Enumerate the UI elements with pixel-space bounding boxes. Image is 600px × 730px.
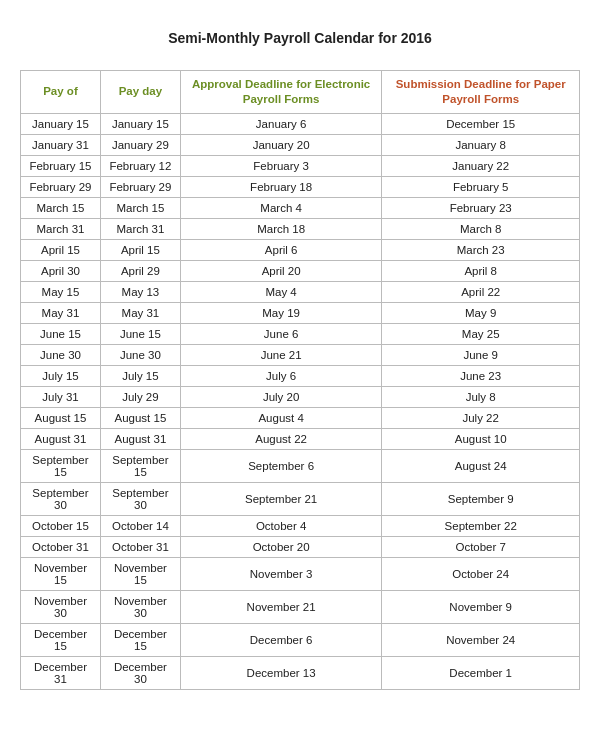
table-row: November 15November 15November 3October … (21, 557, 580, 590)
cell-pay_day: August 15 (100, 407, 180, 428)
cell-submission: February 23 (382, 197, 580, 218)
table-row: December 15December 15December 6November… (21, 623, 580, 656)
cell-pay_of: September 30 (21, 482, 101, 515)
cell-submission: March 23 (382, 239, 580, 260)
cell-pay_of: September 15 (21, 449, 101, 482)
table-row: July 31July 29July 20July 8 (21, 386, 580, 407)
table-row: November 30November 30November 21Novembe… (21, 590, 580, 623)
cell-pay_of: June 30 (21, 344, 101, 365)
cell-approval: October 20 (180, 536, 382, 557)
cell-pay_day: July 29 (100, 386, 180, 407)
cell-submission: May 9 (382, 302, 580, 323)
table-row: October 15October 14October 4September 2… (21, 515, 580, 536)
table-row: July 15July 15July 6June 23 (21, 365, 580, 386)
cell-submission: December 1 (382, 656, 580, 689)
cell-pay_day: December 30 (100, 656, 180, 689)
cell-submission: November 9 (382, 590, 580, 623)
cell-pay_day: February 29 (100, 176, 180, 197)
cell-pay_day: January 29 (100, 134, 180, 155)
cell-submission: November 24 (382, 623, 580, 656)
cell-pay_day: September 30 (100, 482, 180, 515)
cell-pay_day: December 15 (100, 623, 180, 656)
cell-approval: June 21 (180, 344, 382, 365)
cell-submission: December 15 (382, 113, 580, 134)
cell-submission: October 7 (382, 536, 580, 557)
cell-pay_of: January 31 (21, 134, 101, 155)
cell-submission: January 22 (382, 155, 580, 176)
cell-submission: January 8 (382, 134, 580, 155)
cell-approval: April 6 (180, 239, 382, 260)
header-approval: Approval Deadline for Electronic Payroll… (180, 71, 382, 114)
cell-submission: May 25 (382, 323, 580, 344)
cell-pay_of: August 15 (21, 407, 101, 428)
cell-pay_of: February 15 (21, 155, 101, 176)
cell-pay_day: August 31 (100, 428, 180, 449)
cell-approval: July 6 (180, 365, 382, 386)
cell-pay_of: June 15 (21, 323, 101, 344)
table-row: October 31October 31October 20October 7 (21, 536, 580, 557)
table-row: May 15May 13May 4April 22 (21, 281, 580, 302)
table-row: August 31August 31August 22August 10 (21, 428, 580, 449)
cell-pay_of: December 15 (21, 623, 101, 656)
cell-pay_of: July 31 (21, 386, 101, 407)
cell-pay_day: June 30 (100, 344, 180, 365)
table-row: August 15August 15August 4July 22 (21, 407, 580, 428)
cell-submission: March 8 (382, 218, 580, 239)
cell-submission: February 5 (382, 176, 580, 197)
cell-submission: July 22 (382, 407, 580, 428)
cell-submission: June 23 (382, 365, 580, 386)
cell-pay_day: September 15 (100, 449, 180, 482)
cell-pay_of: November 15 (21, 557, 101, 590)
cell-pay_of: April 15 (21, 239, 101, 260)
header-pay-day: Pay day (100, 71, 180, 114)
cell-pay_of: March 31 (21, 218, 101, 239)
cell-approval: August 22 (180, 428, 382, 449)
cell-pay_of: August 31 (21, 428, 101, 449)
table-row: January 31January 29January 20January 8 (21, 134, 580, 155)
page-title: Semi-Monthly Payroll Calendar for 2016 (20, 30, 580, 46)
cell-pay_day: April 29 (100, 260, 180, 281)
cell-pay_of: May 31 (21, 302, 101, 323)
cell-pay_of: July 15 (21, 365, 101, 386)
cell-approval: March 4 (180, 197, 382, 218)
table-row: January 15January 15January 6December 15 (21, 113, 580, 134)
cell-pay_day: May 31 (100, 302, 180, 323)
cell-pay_of: April 30 (21, 260, 101, 281)
table-row: February 15February 12February 3January … (21, 155, 580, 176)
cell-pay_day: January 15 (100, 113, 180, 134)
cell-pay_of: December 31 (21, 656, 101, 689)
cell-pay_day: October 14 (100, 515, 180, 536)
cell-pay_of: October 31 (21, 536, 101, 557)
table-row: June 30June 30June 21June 9 (21, 344, 580, 365)
cell-approval: March 18 (180, 218, 382, 239)
table-row: December 31December 30December 13Decembe… (21, 656, 580, 689)
cell-pay_day: November 30 (100, 590, 180, 623)
cell-approval: December 13 (180, 656, 382, 689)
table-row: March 15March 15March 4February 23 (21, 197, 580, 218)
payroll-calendar-table: Pay of Pay day Approval Deadline for Ele… (20, 70, 580, 690)
cell-pay_day: February 12 (100, 155, 180, 176)
table-row: March 31March 31March 18March 8 (21, 218, 580, 239)
cell-pay_day: June 15 (100, 323, 180, 344)
header-pay-of: Pay of (21, 71, 101, 114)
cell-approval: September 21 (180, 482, 382, 515)
cell-submission: August 10 (382, 428, 580, 449)
cell-approval: February 18 (180, 176, 382, 197)
cell-pay_of: November 30 (21, 590, 101, 623)
cell-approval: February 3 (180, 155, 382, 176)
cell-submission: September 9 (382, 482, 580, 515)
cell-approval: December 6 (180, 623, 382, 656)
cell-approval: May 4 (180, 281, 382, 302)
cell-submission: August 24 (382, 449, 580, 482)
cell-pay_day: November 15 (100, 557, 180, 590)
cell-pay_of: May 15 (21, 281, 101, 302)
cell-pay_day: March 15 (100, 197, 180, 218)
cell-pay_day: April 15 (100, 239, 180, 260)
cell-approval: November 21 (180, 590, 382, 623)
cell-pay_of: January 15 (21, 113, 101, 134)
cell-submission: July 8 (382, 386, 580, 407)
cell-approval: October 4 (180, 515, 382, 536)
cell-submission: October 24 (382, 557, 580, 590)
cell-approval: September 6 (180, 449, 382, 482)
cell-submission: April 22 (382, 281, 580, 302)
